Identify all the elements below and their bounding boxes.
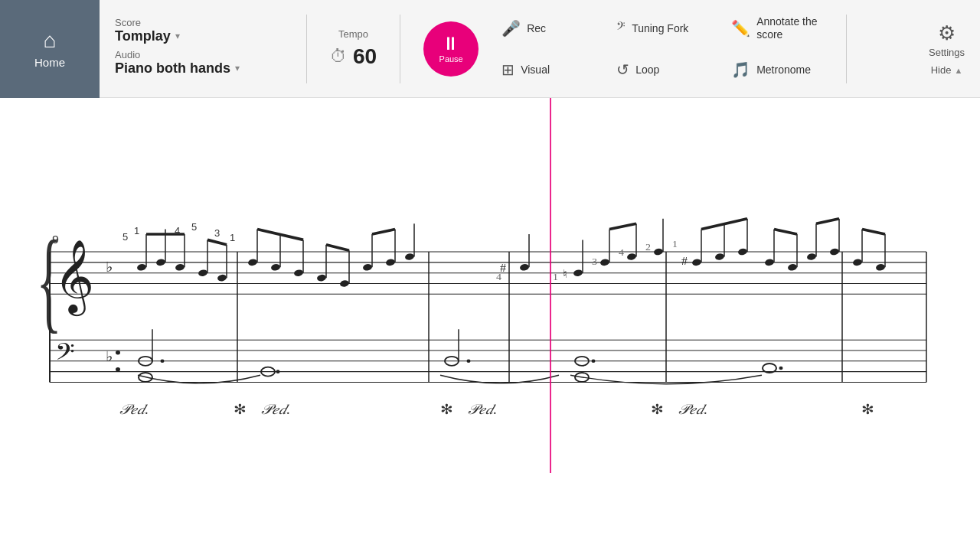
svg-text:1: 1	[553, 271, 558, 282]
loop-button[interactable]: ↺ Loop	[609, 51, 724, 89]
settings-button[interactable]: ⚙ Settings Hide ▲	[913, 14, 980, 83]
metronome-icon: 🎵	[731, 60, 750, 79]
svg-text:✻: ✻	[440, 402, 453, 417]
metronome-label: Metronome	[756, 64, 811, 76]
score-chevron[interactable]: ▾	[175, 31, 180, 41]
metronome-button[interactable]: 🎵 Metronome	[724, 51, 838, 89]
svg-point-85	[787, 263, 798, 272]
svg-text:5: 5	[122, 233, 128, 243]
svg-point-107	[592, 360, 596, 364]
svg-text:𝒫𝑒𝑑.: 𝒫𝑒𝑑.	[260, 402, 290, 417]
svg-text:✻: ✻	[234, 402, 247, 417]
score-selector[interactable]: Tomplay ▾	[115, 28, 283, 44]
annotate-button[interactable]: ✏️ Annotate thescore	[724, 9, 838, 47]
svg-point-58	[519, 263, 530, 272]
pause-label: Pause	[439, 54, 463, 64]
svg-point-83	[764, 258, 775, 266]
settings-icon: ⚙	[938, 21, 956, 45]
hide-chevron-icon[interactable]: ▲	[954, 66, 962, 75]
svg-point-90	[829, 248, 840, 256]
tempo-clock-icon: ⏱	[330, 47, 347, 67]
divider-3	[846, 15, 847, 83]
svg-point-27	[155, 258, 166, 266]
svg-point-102	[276, 370, 280, 373]
home-button[interactable]: ⌂ Home	[0, 0, 100, 98]
svg-point-100	[161, 360, 165, 364]
svg-text:𝒫𝑒𝑑.: 𝒫𝑒𝑑.	[678, 402, 707, 417]
svg-point-25	[136, 263, 147, 272]
score-row: Score Tomplay ▾	[115, 17, 283, 44]
svg-point-51	[385, 258, 396, 266]
svg-point-32	[198, 269, 208, 277]
svg-text:2: 2	[645, 242, 651, 253]
svg-point-109	[779, 367, 783, 370]
svg-text:𝒫𝑒𝑑.: 𝒫𝑒𝑑.	[119, 402, 149, 417]
svg-point-23	[116, 350, 120, 355]
tempo-section: Tempo ⏱ 60	[315, 28, 392, 69]
svg-text:4: 4	[175, 226, 180, 236]
tuning-fork-button[interactable]: 𝄢 Tuning Fork	[609, 9, 724, 47]
svg-text:𝄢: 𝄢	[55, 340, 74, 370]
svg-point-72	[653, 248, 664, 256]
svg-text:4: 4	[619, 246, 624, 257]
svg-point-49	[362, 263, 373, 272]
svg-text:♭: ♭	[106, 349, 113, 364]
svg-point-68	[626, 253, 637, 261]
svg-point-54	[404, 253, 415, 261]
svg-text:𝒫𝑒𝑑.: 𝒫𝑒𝑑.	[467, 402, 497, 417]
svg-line-97	[862, 230, 885, 234]
svg-line-48	[326, 245, 349, 250]
hide-label[interactable]: Hide	[931, 64, 952, 76]
annotate-icon: ✏️	[731, 19, 750, 37]
sheet-music-top: { 𝄞 𝄢 9 ♭ ♭	[0, 217, 980, 473]
tuning-fork-icon: 𝄢	[616, 20, 626, 36]
svg-text:3: 3	[592, 256, 597, 266]
svg-text:9: 9	[52, 233, 59, 246]
loop-label: Loop	[635, 64, 659, 76]
svg-line-36	[207, 240, 227, 244]
svg-point-95	[875, 263, 886, 272]
svg-point-65	[599, 258, 610, 266]
tuning-fork-label: Tuning Fork	[632, 22, 688, 34]
controls-grid: 🎤 Rec 𝄢 Tuning Fork ✏️ Annotate thescore…	[494, 9, 838, 89]
svg-text:♮: ♮	[563, 268, 567, 280]
svg-line-92	[816, 219, 839, 223]
tempo-label: Tempo	[338, 28, 368, 40]
svg-point-46	[339, 279, 350, 288]
svg-text:✻: ✻	[861, 402, 874, 417]
svg-text:4: 4	[496, 271, 501, 282]
loop-icon: ↺	[616, 60, 629, 79]
audio-selector[interactable]: Piano both hands ▾	[115, 60, 283, 77]
audio-label: Audio	[115, 49, 283, 60]
svg-point-78	[714, 253, 725, 261]
settings-label: Settings	[929, 47, 965, 58]
visual-button[interactable]: ⊞ Visual	[494, 51, 609, 89]
audio-value: Piano both hands	[115, 60, 230, 77]
audio-row: Audio Piano both hands ▾	[115, 49, 283, 77]
score-area: { 𝄞 𝄢 9 ♭ ♭	[0, 98, 980, 473]
svg-text:3: 3	[214, 228, 220, 238]
rec-button[interactable]: 🎤 Rec	[494, 9, 609, 47]
svg-text:𝄞: 𝄞	[54, 240, 94, 317]
divider-2	[400, 15, 400, 83]
svg-point-34	[217, 274, 227, 282]
svg-point-105	[467, 360, 471, 364]
tempo-value: 60	[353, 44, 377, 69]
svg-point-44	[316, 274, 327, 282]
visual-icon: ⊞	[501, 60, 514, 79]
svg-point-93	[852, 258, 863, 266]
score-value: Tomplay	[115, 28, 171, 44]
home-icon: ⌂	[44, 28, 57, 53]
pause-button[interactable]: ⏸ Pause	[423, 21, 479, 77]
svg-text:1: 1	[672, 238, 678, 249]
svg-point-62	[573, 269, 583, 277]
svg-text:✻: ✻	[651, 402, 664, 417]
audio-chevron[interactable]: ▾	[235, 63, 240, 73]
svg-point-80	[737, 248, 748, 256]
svg-line-53	[372, 230, 395, 234]
svg-text:5: 5	[191, 223, 197, 233]
svg-point-76	[691, 258, 702, 266]
pause-icon: ⏸	[442, 34, 460, 53]
score-label: Score	[115, 17, 283, 28]
svg-text:♭: ♭	[106, 259, 113, 275]
